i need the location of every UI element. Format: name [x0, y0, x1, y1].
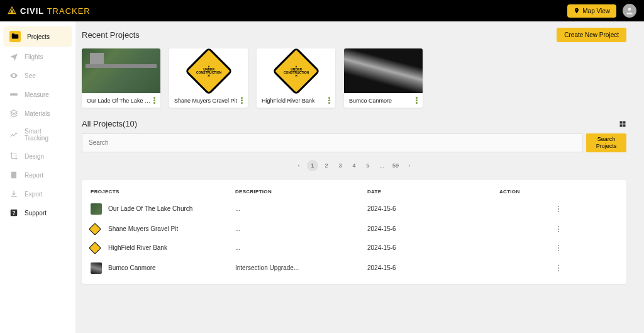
- sidebar-item-flights[interactable]: Flights: [4, 48, 72, 65]
- row-name: Our Lade Of The Lake Church: [108, 205, 192, 212]
- sidebar: Projects Flights See Measure Materials S…: [0, 21, 75, 333]
- row-date: 2024-15-6: [367, 225, 499, 232]
- more-icon[interactable]: [416, 97, 418, 104]
- table-header: PROJECTS DESCRIPTION DATE ACTION: [82, 185, 626, 198]
- user-avatar[interactable]: [623, 4, 636, 18]
- row-date: 2024-15-6: [367, 244, 499, 251]
- map-view-button[interactable]: Map View: [567, 4, 616, 18]
- project-card[interactable]: Burnco Canmore: [344, 48, 423, 108]
- svg-rect-8: [623, 124, 626, 127]
- col-header-action: ACTION: [499, 189, 618, 195]
- table-row[interactable]: HighField River Bank ... 2024-15-6: [82, 239, 626, 257]
- page-number[interactable]: 5: [362, 160, 374, 171]
- person-icon: [625, 6, 634, 15]
- sidebar-item-export[interactable]: Export: [4, 185, 72, 203]
- crop-icon: [9, 152, 18, 161]
- search-input[interactable]: [82, 133, 582, 152]
- table-row[interactable]: Burnco Canmore Intersection Upgrade... 2…: [82, 257, 626, 279]
- search-row: Search Projects: [82, 133, 626, 152]
- sidebar-item-label: Flights: [25, 54, 43, 60]
- sidebar-item-label: Smart Tracking: [25, 128, 66, 142]
- sidebar-item-label: Projects: [27, 33, 50, 40]
- project-card-title: Shane Muyers Gravel Pit: [174, 98, 237, 104]
- page-number[interactable]: 1: [307, 160, 318, 171]
- row-action-menu[interactable]: [499, 226, 618, 232]
- row-action-menu[interactable]: [499, 206, 618, 212]
- project-card[interactable]: Our Lade Of The Lake Church: [82, 48, 160, 108]
- project-thumbnail: [344, 48, 423, 93]
- project-card-title: Burnco Canmore: [349, 98, 392, 104]
- row-thumbnail: [89, 242, 101, 254]
- svg-rect-1: [10, 93, 18, 96]
- sidebar-item-label: Measure: [25, 91, 49, 98]
- help-icon: ?: [9, 208, 18, 217]
- card-footer: Shane Muyers Gravel Pit: [169, 93, 248, 108]
- table-row[interactable]: Our Lade Of The Lake Church ... 2024-15-…: [82, 198, 626, 220]
- sidebar-item-support[interactable]: ? Support: [4, 204, 72, 222]
- page-ellipsis: ...: [376, 160, 387, 171]
- main-content: Recent Projects Create New Project Our L…: [75, 21, 644, 333]
- page-number[interactable]: 4: [348, 160, 360, 171]
- project-card-title: Our Lade Of The Lake Church: [87, 98, 153, 104]
- svg-rect-2: [11, 172, 16, 179]
- sidebar-item-report[interactable]: Report: [4, 166, 72, 184]
- project-card-title: HighField River Bank: [262, 98, 315, 104]
- brand-logo: CIVIL TRACKER: [8, 6, 91, 16]
- project-card[interactable]: ▲UNDERCONSTRUCTION✕ HighField River Bank: [257, 48, 335, 108]
- download-icon: [9, 189, 18, 198]
- page-prev[interactable]: ‹: [293, 160, 304, 171]
- brand-text: CIVIL TRACKER: [20, 6, 91, 16]
- row-description: Intersection Upgrade...: [235, 264, 367, 271]
- grid-view-icon[interactable]: [619, 120, 626, 128]
- project-card[interactable]: ▲UNDERCONSTRUCTION✕ Shane Muyers Gravel …: [169, 48, 248, 108]
- svg-text:?: ?: [13, 210, 16, 216]
- col-header-description: DESCRIPTION: [235, 189, 367, 195]
- sidebar-item-label: Design: [25, 153, 44, 160]
- more-icon[interactable]: [241, 97, 243, 104]
- recent-projects-header: Recent Projects Create New Project: [82, 28, 626, 42]
- map-view-label: Map View: [582, 8, 610, 14]
- folder-icon: [9, 31, 21, 42]
- header-right: Map View: [567, 4, 636, 18]
- col-header-date: DATE: [367, 189, 499, 195]
- pagination: ‹ 1 2 3 4 5 ... 59 ›: [82, 160, 626, 171]
- svg-point-0: [628, 8, 631, 11]
- row-thumbnail: [91, 262, 102, 274]
- all-projects-header: All Projects(10): [82, 119, 626, 128]
- svg-rect-6: [623, 121, 626, 123]
- row-thumbnail: [91, 203, 102, 215]
- page-next[interactable]: ›: [404, 160, 415, 171]
- row-date: 2024-15-6: [367, 264, 499, 271]
- layers-icon: [9, 109, 18, 118]
- eye-icon: [9, 71, 18, 80]
- all-projects-title: All Projects(10): [82, 119, 137, 128]
- row-action-menu[interactable]: [499, 265, 618, 271]
- table-row[interactable]: Shane Muyers Gravel Pit ... 2024-15-6: [82, 220, 626, 239]
- create-project-button[interactable]: Create New Project: [557, 28, 626, 42]
- page-number[interactable]: 2: [321, 160, 332, 171]
- more-icon[interactable]: [328, 97, 330, 104]
- page-number[interactable]: 59: [390, 160, 401, 171]
- sidebar-item-see[interactable]: See: [4, 67, 72, 84]
- sidebar-item-measure[interactable]: Measure: [4, 86, 72, 103]
- view-toggle: [619, 120, 626, 128]
- sidebar-item-smart-tracking[interactable]: Smart Tracking: [4, 123, 72, 146]
- search-button[interactable]: Search Projects: [586, 133, 626, 152]
- row-action-menu[interactable]: [499, 245, 618, 251]
- document-icon: [9, 171, 18, 179]
- brand-civil: CIVIL: [20, 6, 44, 16]
- page-number[interactable]: 3: [335, 160, 346, 171]
- sidebar-item-design[interactable]: Design: [4, 147, 72, 165]
- ruler-icon: [9, 90, 18, 99]
- map-pin-icon: [574, 8, 580, 14]
- sidebar-item-projects[interactable]: Projects: [4, 26, 72, 47]
- main-container: Projects Flights See Measure Materials S…: [0, 21, 644, 333]
- project-thumbnail: ▲UNDERCONSTRUCTION✕: [257, 48, 335, 93]
- row-thumbnail: [89, 223, 101, 235]
- more-icon[interactable]: [153, 97, 155, 104]
- sidebar-item-label: See: [25, 72, 36, 79]
- card-footer: Our Lade Of The Lake Church: [82, 93, 160, 108]
- logo-icon: [8, 6, 16, 15]
- sidebar-item-materials[interactable]: Materials: [4, 104, 72, 122]
- recent-projects-title: Recent Projects: [82, 30, 140, 40]
